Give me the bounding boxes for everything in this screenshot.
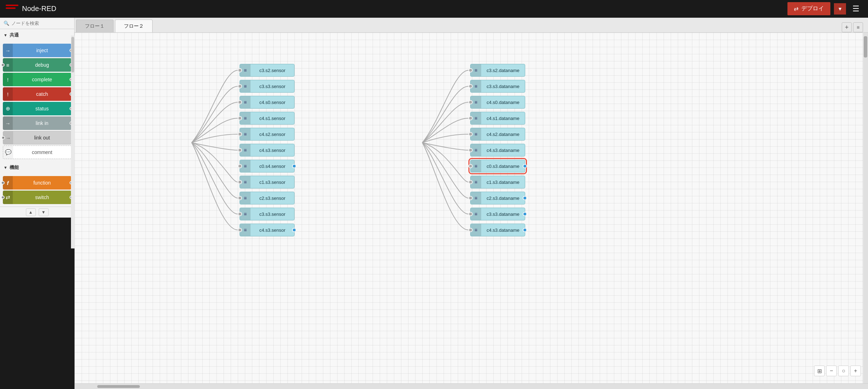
node-c3s2sensor[interactable]: ≡ c3.s2.sensor [240, 64, 295, 77]
menu-button[interactable]: ☰ [850, 3, 862, 15]
left-port [238, 148, 242, 152]
canvas[interactable]: ≡ c3.s2.sensor ≡ c3.s3.sensor ≡ c4.s0.se… [75, 33, 868, 383]
sidebar-scroll-up-button[interactable]: ▲ [26, 208, 36, 216]
sidebar: 🔍 ▼ 共通 → inject [0, 18, 75, 218]
node-label: c3.s3.dataname [481, 212, 525, 217]
sidebar-scrollbar-thumb [71, 37, 74, 72]
node-switch[interactable]: ⇄ switch [3, 191, 71, 204]
node-debug[interactable]: ≡ debug [3, 58, 71, 72]
zoom-out-button[interactable]: − [826, 366, 837, 376]
node-c3s3dataname2[interactable]: ≡ c3.s3.dataname [470, 208, 525, 220]
node-link-in[interactable]: → link in [3, 116, 71, 130]
left-port [238, 212, 242, 216]
node-c3s2dataname[interactable]: ≡ c3.s2.dataname [470, 64, 525, 77]
node-label: c4.s1.sensor [251, 116, 294, 121]
node-c3s3sensor[interactable]: ≡ c3.s3.sensor [240, 80, 295, 93]
canvas-horizontal-scrollbar-thumb [97, 385, 140, 388]
search-input[interactable] [11, 21, 71, 26]
link-out-port-left [1, 136, 5, 139]
left-port [468, 84, 473, 88]
node-label: c4.s3.sensor [251, 148, 294, 153]
node-c1s3sensor[interactable]: ≡ c1.s3.sensor [240, 176, 295, 188]
tabs-right-buttons: + ≡ [840, 22, 868, 32]
node-label: c4.s0.sensor [251, 100, 294, 105]
header-right: ⇄ デプロイ ▼ ☰ [787, 2, 862, 15]
search-icon: 🔍 [4, 21, 9, 26]
node-c4s1sensor[interactable]: ≡ c4.s1.sensor [240, 112, 295, 125]
switch-port-left [1, 196, 5, 199]
node-comment[interactable]: 💬 comment [3, 146, 71, 159]
node-label: c3.s2.dataname [481, 68, 525, 73]
node-function[interactable]: f function [3, 176, 71, 190]
section-common-arrow: ▼ [4, 33, 7, 37]
section-function[interactable]: ▼ 機能 [0, 161, 74, 174]
node-complete[interactable]: ! complete [3, 73, 71, 86]
node-c4s2dataname[interactable]: ≡ c4.s2.dataname [470, 128, 525, 141]
switch-label: switch [13, 194, 71, 200]
catch-label: catch [13, 91, 71, 97]
left-port [468, 228, 473, 232]
tab-list-button[interactable]: ≡ [853, 22, 863, 32]
node-inject[interactable]: → inject [3, 44, 71, 57]
left-port [238, 100, 242, 104]
left-port [468, 68, 473, 72]
section-common[interactable]: ▼ 共通 [0, 29, 74, 41]
node-c2s3sensor[interactable]: ≡ c2.s3.sensor [240, 192, 295, 204]
tab-flow1[interactable]: フロー１ [76, 20, 114, 32]
node-red-logo [6, 5, 18, 13]
tabs-bar: フロー１ フロー２ + ≡ [75, 18, 868, 33]
node-c0s3dataname-selected[interactable]: ≡ c0.s3.dataname [470, 160, 525, 172]
node-c4s2sensor[interactable]: ≡ c4.s2.sensor [240, 128, 295, 141]
left-port [468, 148, 473, 152]
node-c4s1dataname[interactable]: ≡ c4.s1.dataname [470, 112, 525, 125]
node-label: c0.s4.sensor [251, 164, 294, 169]
node-c4s3sensor2[interactable]: ≡ c4.s3.sensor [240, 224, 295, 236]
sidebar-scroll: ▼ 共通 → inject ≡ debug [0, 29, 74, 207]
zoom-reset-button[interactable]: ○ [838, 366, 849, 376]
node-c4s0dataname[interactable]: ≡ c4.s0.dataname [470, 96, 525, 109]
node-c0s4sensor[interactable]: ≡ c0.s4.sensor [240, 160, 295, 172]
layout-view-button[interactable]: ⊞ [814, 366, 825, 376]
tab-flow2[interactable]: フロー２ [115, 20, 153, 32]
link-in-icon: → [3, 116, 13, 130]
deploy-dropdown-button[interactable]: ▼ [834, 3, 846, 15]
deploy-button[interactable]: ⇄ デプロイ [787, 2, 830, 15]
sidebar-bottom-controls: ▲ ▼ [0, 207, 74, 218]
node-link-out[interactable]: → link out [3, 131, 71, 144]
link-out-label: link out [13, 135, 71, 141]
node-c4s0sensor[interactable]: ≡ c4.s0.sensor [240, 96, 295, 109]
canvas-vertical-scrollbar[interactable] [863, 33, 868, 383]
function-port-left [1, 181, 5, 185]
sidebar-scroll-down-button[interactable]: ▼ [39, 208, 49, 216]
right-port [523, 196, 527, 200]
node-label: c3.s2.sensor [251, 68, 294, 73]
node-c3s3dataname[interactable]: ≡ c3.s3.dataname [470, 80, 525, 93]
node-label: c4.s3.dataname [481, 228, 525, 233]
search-bar: 🔍 [0, 18, 74, 29]
add-tab-button[interactable]: + [842, 22, 852, 32]
node-label: c2.s3.dataname [481, 196, 525, 201]
node-c2s3dataname[interactable]: ≡ c2.s3.dataname [470, 192, 525, 204]
complete-icon: ! [3, 73, 13, 86]
left-port [468, 164, 473, 168]
node-c4s3dataname2[interactable]: ≡ c4.s3.dataname [470, 224, 525, 236]
left-port [468, 132, 473, 136]
left-port [468, 116, 473, 120]
node-label: c3.s3.sensor [251, 84, 294, 89]
node-c1s3dataname[interactable]: ≡ c1.s3.dataname [470, 176, 525, 188]
left-port [238, 228, 242, 232]
node-c4s3dataname[interactable]: ≡ c4.s3.dataname [470, 144, 525, 157]
zoom-in-button[interactable]: + [850, 366, 861, 376]
node-c3s3sensor2[interactable]: ≡ c3.s3.sensor [240, 208, 295, 220]
node-c4s3sensor[interactable]: ≡ c4.s3.sensor [240, 144, 295, 157]
node-catch[interactable]: ! catch [3, 87, 71, 101]
section-function-arrow: ▼ [4, 165, 7, 170]
node-label: c1.s3.sensor [251, 180, 294, 185]
canvas-horizontal-scrollbar[interactable] [75, 383, 868, 389]
right-port [523, 212, 527, 216]
bottom-toolbar: ⊞ − ○ + [814, 366, 861, 376]
node-label: c4.s0.dataname [481, 100, 525, 105]
debug-label: debug [13, 62, 71, 68]
canvas-wrapper: フロー１ フロー２ + ≡ [75, 18, 868, 389]
node-status[interactable]: ⊕ status [3, 102, 71, 115]
